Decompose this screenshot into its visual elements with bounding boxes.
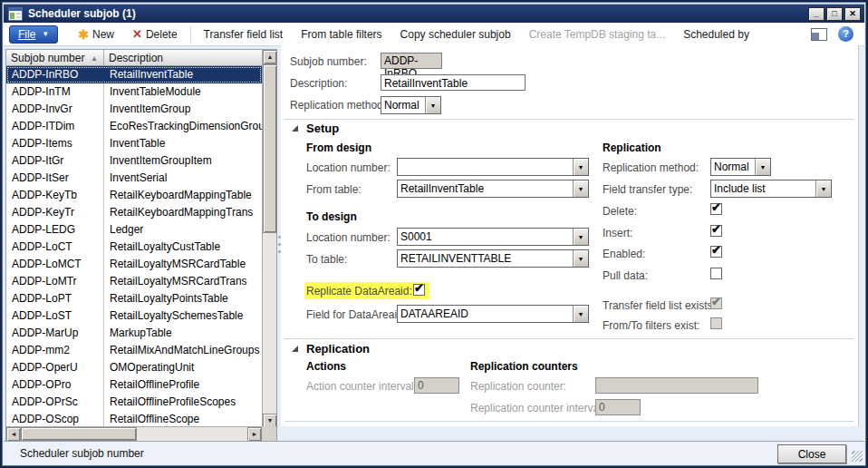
description-input[interactable] <box>381 74 526 91</box>
collapse-triangle-icon[interactable] <box>292 346 298 352</box>
transfer-field-list-exists-checkbox <box>710 297 722 309</box>
column-header-subjob-number[interactable]: Subjob number ▲ <box>6 50 104 65</box>
separator <box>285 119 854 120</box>
table-row[interactable]: ADDP-LoPTRetailLoyaltyPointsTable <box>6 290 262 307</box>
help-icon[interactable]: ? <box>838 26 854 42</box>
vertical-scrollbar[interactable]: ▲ ▼ <box>262 50 276 428</box>
delete-checkbox[interactable] <box>710 203 722 215</box>
status-text: Scheduler subjob number <box>4 447 144 460</box>
table-row[interactable]: ADDP-OperUOMOperatingUnit <box>6 359 262 376</box>
chevron-down-icon[interactable]: ▼ <box>573 180 588 197</box>
table-row[interactable]: ADDP-LEDGLedger <box>6 221 262 239</box>
subjob-number-cell: ADDP-OPrSc <box>6 394 104 411</box>
to-table-label: To table: <box>306 253 347 266</box>
subjob-number-cell: ADDP-LoCT <box>6 239 104 256</box>
close-window-button[interactable]: ✕ <box>844 7 861 21</box>
transfer-field-list-button[interactable]: Transfer field list <box>195 24 293 44</box>
replication-counter-field <box>595 377 758 394</box>
insert-checkbox-label: Insert: <box>603 227 632 239</box>
chevron-down-icon[interactable]: ▼ <box>573 159 588 175</box>
description-cell: InventItemGroupItem <box>104 152 262 170</box>
replication-section-title[interactable]: Replication <box>306 342 370 356</box>
transfer-field-list-exists-label: Transfer field list exists: <box>603 299 716 312</box>
table-row[interactable]: ADDP-KeyTrRetailKeyboardMappingTrans <box>6 204 262 221</box>
file-menu-button[interactable]: File ▼ <box>9 25 58 44</box>
column-header-description[interactable]: Description <box>104 50 262 65</box>
table-row[interactable]: ADDP-InvGrInventItemGroup <box>6 101 262 118</box>
from-to-filters-exist-label: From/To filters exist: <box>603 319 699 332</box>
table-row[interactable]: ADDP-LoMTrRetailLoyaltyMSRCardTrans <box>6 273 262 290</box>
field-for-dataareaid-select[interactable]: DATAAREAID ▼ <box>397 305 589 323</box>
chevron-down-icon[interactable]: ▼ <box>425 97 440 113</box>
subjob-grid: Subjob number ▲ Description ADDP-InRBORe… <box>5 49 277 442</box>
collapse-triangle-icon[interactable] <box>292 125 298 132</box>
vertical-scroll-thumb[interactable] <box>263 64 277 233</box>
from-design-subtitle: From design <box>306 141 371 154</box>
subjob-number-label: Subjob number: <box>290 55 367 68</box>
chevron-down-icon[interactable]: ▼ <box>815 180 831 197</box>
subjob-number-cell: ADDP-LoPT <box>6 290 104 307</box>
table-row[interactable]: ADDP-KeyTbRetailKeyboardMappingTable <box>6 187 262 204</box>
table-row[interactable]: ADDP-ItSerInventSerial <box>6 170 262 187</box>
close-button[interactable]: Close <box>777 444 846 463</box>
table-row[interactable]: ADDP-InTMInventTableModule <box>6 83 262 101</box>
replicate-dataareaid-checkbox[interactable] <box>413 284 425 296</box>
scroll-up-icon[interactable]: ▲ <box>263 50 277 64</box>
chevron-down-icon[interactable]: ▼ <box>573 229 588 245</box>
pull-data-checkbox[interactable] <box>710 268 722 279</box>
table-row[interactable]: ADDP-OPrScRetailOfflineProfileScopes <box>6 394 262 411</box>
separator <box>285 338 854 339</box>
enabled-checkbox[interactable] <box>710 246 722 258</box>
toggle-list-pane-icon[interactable] <box>811 28 827 41</box>
from-location-select[interactable]: ▼ <box>397 158 589 176</box>
from-table-select[interactable]: RetailInventTable ▼ <box>397 180 589 198</box>
setup-section-title[interactable]: Setup <box>306 122 339 135</box>
description-cell: RetailLoyaltyMSRCardTrans <box>104 273 262 290</box>
statusbar: Scheduler subjob number Close <box>4 441 864 464</box>
maximize-button[interactable]: □ <box>826 7 843 21</box>
scroll-left-icon[interactable]: ◄ <box>6 427 21 442</box>
copy-scheduler-subjob-button[interactable]: Copy scheduler subjob <box>391 24 520 44</box>
horizontal-scroll-thumb[interactable] <box>21 427 137 441</box>
description-cell: RetailLoyaltyPointsTable <box>104 290 262 307</box>
description-cell: InventTable <box>104 135 262 152</box>
horizontal-scrollbar[interactable]: ◄ ► <box>6 426 262 441</box>
table-row[interactable]: ADDP-LoCTRetailLoyaltyCustTable <box>6 239 262 256</box>
delete-button[interactable]: ✕ Delete <box>123 24 187 44</box>
minimize-button[interactable]: _ <box>808 7 825 21</box>
delete-checkbox-label: Delete: <box>603 205 637 218</box>
table-row[interactable]: ADDP-LoMCTRetailLoyaltyMSRCardTable <box>6 256 262 273</box>
subjob-number-cell: ADDP-OPro <box>6 376 104 394</box>
description-cell: RetailLoyaltySchemesTable <box>104 307 262 325</box>
table-row[interactable]: ADDP-ItemsInventTable <box>6 135 262 152</box>
table-row[interactable]: ADDP-MarUpMarkupTable <box>6 325 262 342</box>
subjob-number-cell: ADDP-InvGr <box>6 101 104 118</box>
replication-counters-subtitle: Replication counters <box>470 360 578 373</box>
table-row[interactable]: ADDP-mm2RetailMixAndMatchLineGroups <box>6 342 262 359</box>
to-table-select[interactable]: RETAILINVENTTABLE ▼ <box>397 249 589 268</box>
scroll-right-icon[interactable]: ► <box>247 427 262 442</box>
from-table-filters-button[interactable]: From table filters <box>292 24 391 44</box>
table-row[interactable]: ADDP-OProRetailOfflineProfile <box>6 376 262 394</box>
replicate-dataareaid-label: Replicate DataAreaid: <box>306 285 412 297</box>
field-transfer-type-select[interactable]: Include list ▼ <box>710 180 832 198</box>
resize-grip-icon[interactable] <box>852 451 863 462</box>
replication-method2-select[interactable]: Normal ▼ <box>710 158 771 176</box>
chevron-down-icon[interactable]: ▼ <box>573 250 588 267</box>
table-row[interactable]: ADDP-ItGrInventItemGroupItem <box>6 152 262 170</box>
to-location-label: Location number: <box>306 231 391 244</box>
insert-checkbox[interactable] <box>710 225 722 237</box>
chevron-down-icon[interactable]: ▼ <box>755 159 770 175</box>
table-row[interactable]: ADDP-ITDimEcoResTrackingDimensionGroupIt… <box>6 118 262 135</box>
from-table-label: From table: <box>306 183 362 196</box>
subjob-number-cell: ADDP-Items <box>6 135 104 152</box>
replication-counter-interval-field: 0 <box>595 399 641 415</box>
replication-method-select[interactable]: Normal ▼ <box>381 96 441 114</box>
chevron-down-icon[interactable]: ▼ <box>573 306 588 322</box>
to-location-select[interactable]: S0001 ▼ <box>397 228 589 246</box>
table-row[interactable]: ADDP-LoSTRetailLoyaltySchemesTable <box>6 307 262 325</box>
scheduled-by-button[interactable]: Scheduled by <box>674 24 758 44</box>
table-row[interactable]: ADDP-InRBORetailInventTable <box>6 66 262 83</box>
new-button[interactable]: ✱ New <box>69 24 123 44</box>
subjob-number-cell: ADDP-ItSer <box>6 170 104 187</box>
